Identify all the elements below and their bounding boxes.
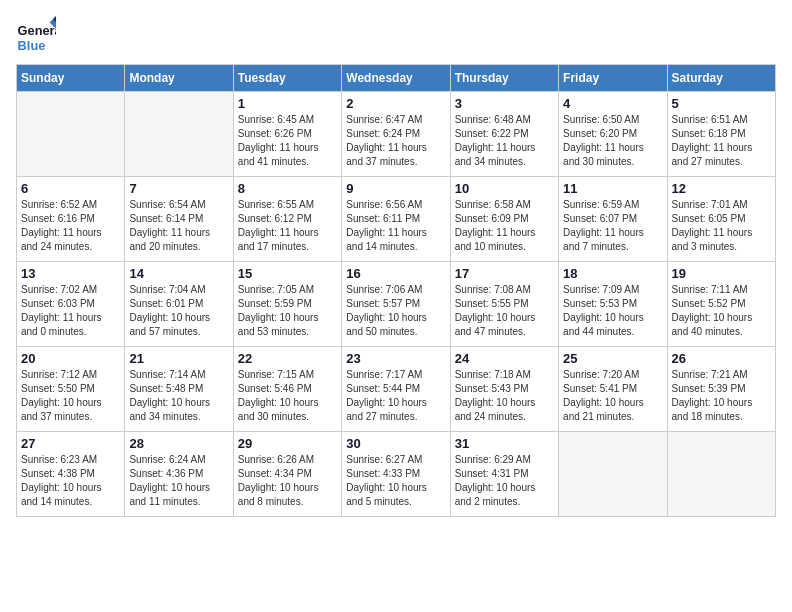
day-number: 22 [238,351,337,366]
calendar-day: 4Sunrise: 6:50 AM Sunset: 6:20 PM Daylig… [559,92,667,177]
calendar-day: 28Sunrise: 6:24 AM Sunset: 4:36 PM Dayli… [125,432,233,517]
day-info: Sunrise: 6:48 AM Sunset: 6:22 PM Dayligh… [455,113,554,169]
calendar-day: 8Sunrise: 6:55 AM Sunset: 6:12 PM Daylig… [233,177,341,262]
col-header-monday: Monday [125,65,233,92]
day-info: Sunrise: 6:56 AM Sunset: 6:11 PM Dayligh… [346,198,445,254]
day-number: 28 [129,436,228,451]
calendar-day: 7Sunrise: 6:54 AM Sunset: 6:14 PM Daylig… [125,177,233,262]
day-number: 6 [21,181,120,196]
calendar-day: 19Sunrise: 7:11 AM Sunset: 5:52 PM Dayli… [667,262,775,347]
day-number: 15 [238,266,337,281]
day-info: Sunrise: 6:51 AM Sunset: 6:18 PM Dayligh… [672,113,771,169]
day-number: 1 [238,96,337,111]
day-number: 24 [455,351,554,366]
day-info: Sunrise: 6:47 AM Sunset: 6:24 PM Dayligh… [346,113,445,169]
calendar-day: 18Sunrise: 7:09 AM Sunset: 5:53 PM Dayli… [559,262,667,347]
col-header-thursday: Thursday [450,65,558,92]
day-number: 21 [129,351,228,366]
calendar-day: 22Sunrise: 7:15 AM Sunset: 5:46 PM Dayli… [233,347,341,432]
day-info: Sunrise: 7:01 AM Sunset: 6:05 PM Dayligh… [672,198,771,254]
day-info: Sunrise: 6:50 AM Sunset: 6:20 PM Dayligh… [563,113,662,169]
calendar-week-2: 6Sunrise: 6:52 AM Sunset: 6:16 PM Daylig… [17,177,776,262]
calendar-day: 24Sunrise: 7:18 AM Sunset: 5:43 PM Dayli… [450,347,558,432]
day-number: 14 [129,266,228,281]
day-number: 10 [455,181,554,196]
day-number: 16 [346,266,445,281]
day-number: 8 [238,181,337,196]
day-number: 25 [563,351,662,366]
day-number: 12 [672,181,771,196]
calendar-day [17,92,125,177]
day-number: 27 [21,436,120,451]
calendar-day: 9Sunrise: 6:56 AM Sunset: 6:11 PM Daylig… [342,177,450,262]
day-number: 31 [455,436,554,451]
day-info: Sunrise: 6:58 AM Sunset: 6:09 PM Dayligh… [455,198,554,254]
day-number: 18 [563,266,662,281]
day-number: 19 [672,266,771,281]
calendar-day: 26Sunrise: 7:21 AM Sunset: 5:39 PM Dayli… [667,347,775,432]
day-info: Sunrise: 6:55 AM Sunset: 6:12 PM Dayligh… [238,198,337,254]
day-info: Sunrise: 7:20 AM Sunset: 5:41 PM Dayligh… [563,368,662,424]
day-number: 4 [563,96,662,111]
col-header-sunday: Sunday [17,65,125,92]
calendar-day: 20Sunrise: 7:12 AM Sunset: 5:50 PM Dayli… [17,347,125,432]
day-info: Sunrise: 7:12 AM Sunset: 5:50 PM Dayligh… [21,368,120,424]
day-number: 9 [346,181,445,196]
calendar-table: SundayMondayTuesdayWednesdayThursdayFrid… [16,64,776,517]
day-info: Sunrise: 6:29 AM Sunset: 4:31 PM Dayligh… [455,453,554,509]
day-number: 20 [21,351,120,366]
calendar-day [667,432,775,517]
calendar-day: 14Sunrise: 7:04 AM Sunset: 6:01 PM Dayli… [125,262,233,347]
calendar-day: 17Sunrise: 7:08 AM Sunset: 5:55 PM Dayli… [450,262,558,347]
logo: General Blue [16,16,56,56]
calendar-day: 16Sunrise: 7:06 AM Sunset: 5:57 PM Dayli… [342,262,450,347]
day-number: 26 [672,351,771,366]
calendar-day: 31Sunrise: 6:29 AM Sunset: 4:31 PM Dayli… [450,432,558,517]
day-number: 7 [129,181,228,196]
col-header-wednesday: Wednesday [342,65,450,92]
calendar-header-row: SundayMondayTuesdayWednesdayThursdayFrid… [17,65,776,92]
svg-text:Blue: Blue [18,38,46,53]
day-number: 30 [346,436,445,451]
day-info: Sunrise: 6:52 AM Sunset: 6:16 PM Dayligh… [21,198,120,254]
day-number: 23 [346,351,445,366]
calendar-week-5: 27Sunrise: 6:23 AM Sunset: 4:38 PM Dayli… [17,432,776,517]
day-number: 17 [455,266,554,281]
day-info: Sunrise: 6:45 AM Sunset: 6:26 PM Dayligh… [238,113,337,169]
calendar-week-4: 20Sunrise: 7:12 AM Sunset: 5:50 PM Dayli… [17,347,776,432]
day-info: Sunrise: 7:14 AM Sunset: 5:48 PM Dayligh… [129,368,228,424]
svg-text:General: General [18,23,56,38]
day-info: Sunrise: 7:18 AM Sunset: 5:43 PM Dayligh… [455,368,554,424]
calendar-week-1: 1Sunrise: 6:45 AM Sunset: 6:26 PM Daylig… [17,92,776,177]
day-info: Sunrise: 7:17 AM Sunset: 5:44 PM Dayligh… [346,368,445,424]
day-number: 13 [21,266,120,281]
day-info: Sunrise: 7:21 AM Sunset: 5:39 PM Dayligh… [672,368,771,424]
day-info: Sunrise: 6:26 AM Sunset: 4:34 PM Dayligh… [238,453,337,509]
calendar-day: 12Sunrise: 7:01 AM Sunset: 6:05 PM Dayli… [667,177,775,262]
calendar-day: 15Sunrise: 7:05 AM Sunset: 5:59 PM Dayli… [233,262,341,347]
calendar-day: 5Sunrise: 6:51 AM Sunset: 6:18 PM Daylig… [667,92,775,177]
page-header: General Blue [16,16,776,56]
day-info: Sunrise: 7:02 AM Sunset: 6:03 PM Dayligh… [21,283,120,339]
day-info: Sunrise: 6:59 AM Sunset: 6:07 PM Dayligh… [563,198,662,254]
day-info: Sunrise: 7:04 AM Sunset: 6:01 PM Dayligh… [129,283,228,339]
day-info: Sunrise: 6:54 AM Sunset: 6:14 PM Dayligh… [129,198,228,254]
calendar-day [559,432,667,517]
day-info: Sunrise: 7:08 AM Sunset: 5:55 PM Dayligh… [455,283,554,339]
calendar-day: 10Sunrise: 6:58 AM Sunset: 6:09 PM Dayli… [450,177,558,262]
day-info: Sunrise: 6:23 AM Sunset: 4:38 PM Dayligh… [21,453,120,509]
col-header-tuesday: Tuesday [233,65,341,92]
calendar-day: 23Sunrise: 7:17 AM Sunset: 5:44 PM Dayli… [342,347,450,432]
day-info: Sunrise: 7:06 AM Sunset: 5:57 PM Dayligh… [346,283,445,339]
day-number: 2 [346,96,445,111]
calendar-day: 29Sunrise: 6:26 AM Sunset: 4:34 PM Dayli… [233,432,341,517]
calendar-day: 25Sunrise: 7:20 AM Sunset: 5:41 PM Dayli… [559,347,667,432]
col-header-friday: Friday [559,65,667,92]
calendar-day: 3Sunrise: 6:48 AM Sunset: 6:22 PM Daylig… [450,92,558,177]
day-info: Sunrise: 7:09 AM Sunset: 5:53 PM Dayligh… [563,283,662,339]
day-number: 11 [563,181,662,196]
calendar-day: 21Sunrise: 7:14 AM Sunset: 5:48 PM Dayli… [125,347,233,432]
logo-icon: General Blue [16,16,56,56]
calendar-day: 30Sunrise: 6:27 AM Sunset: 4:33 PM Dayli… [342,432,450,517]
day-info: Sunrise: 6:24 AM Sunset: 4:36 PM Dayligh… [129,453,228,509]
